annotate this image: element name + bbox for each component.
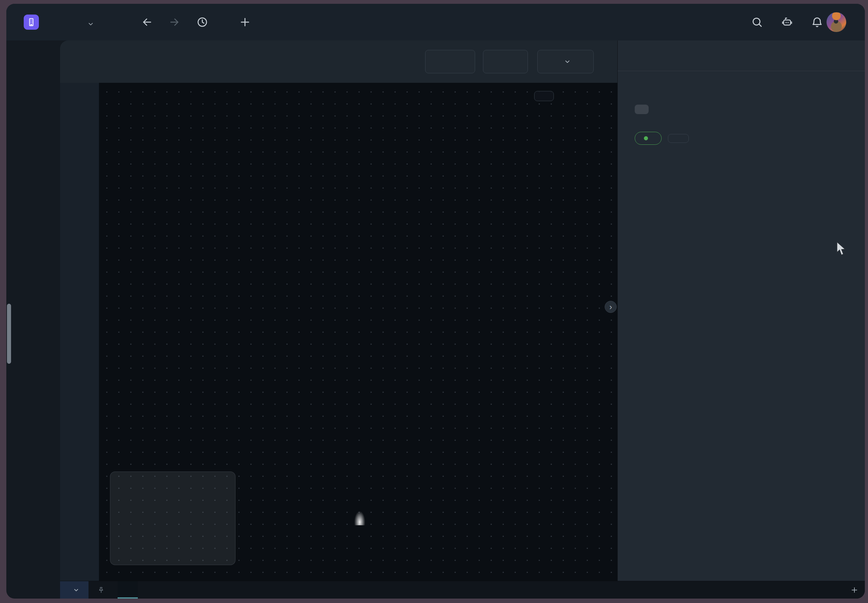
disable-button[interactable] bbox=[668, 134, 689, 143]
notifications-icon[interactable] bbox=[811, 16, 823, 28]
status-badge bbox=[635, 132, 662, 145]
auto-layout-button[interactable] bbox=[534, 91, 554, 101]
sidebar-scrollbar[interactable] bbox=[7, 304, 11, 364]
forward-icon[interactable] bbox=[168, 16, 181, 28]
search-icon[interactable] bbox=[751, 16, 763, 28]
mouse-cursor bbox=[836, 241, 846, 257]
edit-button[interactable] bbox=[537, 50, 594, 73]
tab-home[interactable] bbox=[60, 581, 88, 598]
history-icon[interactable] bbox=[196, 16, 209, 28]
runs-button[interactable] bbox=[483, 50, 528, 73]
edge-convergence-glow bbox=[354, 510, 366, 525]
tab-pinned-date[interactable] bbox=[88, 581, 118, 598]
back-icon[interactable] bbox=[141, 16, 153, 28]
chevron-down-icon[interactable] bbox=[87, 20, 94, 28]
workflow-details-panel bbox=[617, 40, 865, 581]
org-logo-icon[interactable] bbox=[24, 14, 39, 30]
workflows-rail bbox=[60, 83, 99, 581]
new-tab-icon[interactable] bbox=[239, 16, 251, 28]
tab-bar bbox=[60, 581, 865, 598]
collapse-panel-button[interactable]: › bbox=[605, 301, 617, 313]
divider bbox=[618, 71, 865, 71]
workflow-header bbox=[60, 40, 617, 83]
drag-preview-panel bbox=[110, 472, 235, 565]
sidebar bbox=[6, 40, 60, 581]
slug-value[interactable] bbox=[635, 105, 648, 114]
status-dot-icon bbox=[644, 136, 648, 140]
pin-icon bbox=[97, 586, 105, 594]
top-bar bbox=[6, 4, 865, 40]
tab-active-workflow[interactable] bbox=[118, 581, 138, 598]
main-area: › bbox=[60, 40, 865, 581]
new-tab-icon[interactable] bbox=[850, 581, 859, 598]
avatar[interactable] bbox=[826, 12, 846, 32]
chevron-down-icon bbox=[563, 58, 571, 65]
panel-title bbox=[635, 40, 851, 57]
export-button[interactable] bbox=[425, 50, 475, 73]
assistant-icon[interactable] bbox=[781, 16, 794, 28]
chevron-down-icon bbox=[73, 587, 80, 594]
app-window: › bbox=[6, 4, 865, 598]
workflow-canvas[interactable]: › bbox=[99, 83, 617, 581]
